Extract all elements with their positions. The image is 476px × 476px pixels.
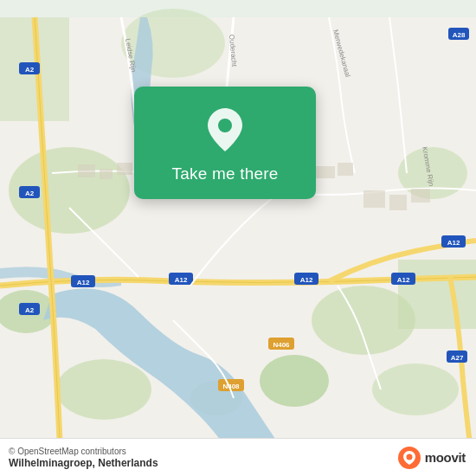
svg-point-5 (56, 359, 151, 420)
take-me-there-button[interactable]: Take me there (172, 164, 279, 183)
svg-text:A27: A27 (451, 354, 464, 362)
svg-point-52 (406, 453, 412, 460)
footer-bar: © OpenStreetMap contributors Wilhelminag… (0, 438, 476, 476)
svg-text:A2: A2 (25, 190, 35, 197)
svg-rect-41 (100, 169, 113, 179)
moovit-logo: moovit (397, 446, 466, 470)
action-card[interactable]: Take me there (134, 87, 316, 199)
location-pin-icon (206, 106, 244, 153)
map-attribution: © OpenStreetMap contributors (9, 447, 158, 456)
svg-text:A2: A2 (25, 306, 35, 314)
svg-text:A12: A12 (300, 276, 313, 284)
svg-text:A12: A12 (447, 239, 460, 247)
svg-point-7 (372, 363, 459, 415)
location-label: Wilhelminagroep, Netherlands (9, 457, 158, 469)
svg-rect-4 (398, 260, 476, 329)
svg-point-50 (218, 119, 232, 132)
moovit-brand-name: moovit (425, 450, 466, 465)
svg-rect-46 (338, 163, 353, 176)
svg-point-3 (260, 355, 329, 407)
svg-text:N408: N408 (222, 383, 240, 390)
svg-rect-47 (363, 190, 385, 208)
location-icon-wrap (203, 107, 248, 152)
svg-rect-45 (316, 166, 335, 178)
svg-rect-40 (78, 164, 95, 177)
map-background: A2 A2 A2 A12 A12 A12 A12 A12 A28 A27 N40… (0, 0, 476, 476)
map-container: A2 A2 A2 A12 A12 A12 A12 A12 A28 A27 N40… (0, 0, 476, 476)
svg-rect-49 (411, 189, 430, 203)
svg-text:A12: A12 (175, 276, 188, 284)
svg-rect-42 (117, 163, 132, 175)
svg-text:A28: A28 (453, 31, 466, 39)
svg-text:N406: N406 (273, 341, 290, 349)
svg-text:A2: A2 (25, 66, 35, 74)
moovit-brand-icon (397, 446, 421, 470)
svg-rect-48 (389, 195, 407, 210)
svg-text:A12: A12 (397, 276, 410, 284)
svg-text:A12: A12 (77, 279, 90, 286)
